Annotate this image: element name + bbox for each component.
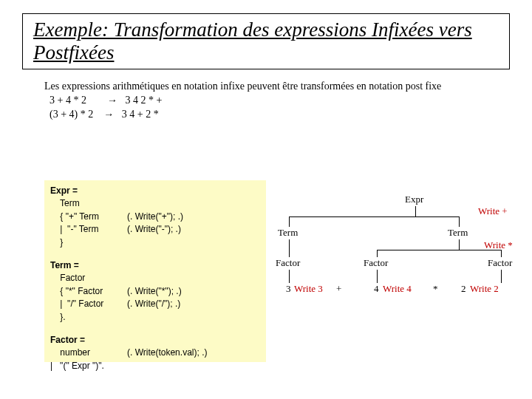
node-factor-3: Factor: [488, 257, 512, 269]
node-factor-1: Factor: [276, 257, 300, 269]
expr-head: Expr =: [50, 185, 78, 196]
tree-line: [289, 216, 290, 227]
factor-head: Factor =: [50, 335, 85, 345]
grammar-box: Expr = Term { "+" Term(. Write("+"); .) …: [44, 180, 266, 362]
tree-line: [289, 239, 290, 257]
leaf-3: 3: [286, 283, 291, 295]
annot-write-3: Write 3: [294, 283, 323, 295]
node-term-right: Term: [448, 227, 468, 239]
intro-block: Les expressions arithmétiques en notatio…: [44, 80, 532, 122]
annot-write-plus: Write +: [478, 205, 508, 217]
node-expr: Expr: [405, 194, 423, 205]
annot-write-2: Write 2: [470, 283, 499, 295]
slide-title: Exemple: Transformation des expressions …: [33, 18, 499, 64]
tree-line: [501, 250, 502, 257]
tree-line: [459, 216, 460, 227]
tree-line: [377, 270, 378, 283]
tree-line: [289, 216, 459, 217]
node-factor-2: Factor: [364, 257, 388, 269]
parse-tree: Expr Write + Term Term Write * Factor 3 …: [273, 194, 517, 341]
leaf-plus: +: [336, 283, 341, 295]
leaf-2: 2: [461, 283, 466, 295]
intro-lead: Les expressions arithmétiques en notatio…: [44, 80, 532, 94]
grammar-factor: Factor = number(. Write(token.val); .) |…: [50, 334, 260, 372]
example-2: (3 + 4) * 2 → 3 4 + 2 *: [44, 108, 532, 122]
leaf-star: *: [433, 283, 438, 295]
term-head: Term =: [50, 260, 79, 270]
slide: Exemple: Transformation des expressions …: [0, 13, 532, 399]
tree-line: [459, 239, 460, 250]
tree-line: [289, 270, 290, 283]
annot-write-4: Write 4: [383, 283, 412, 295]
title-box: Exemple: Transformation des expressions …: [22, 13, 510, 69]
tree-line: [377, 250, 378, 257]
node-term-left: Term: [278, 227, 298, 239]
tree-line: [377, 250, 501, 250]
grammar-term: Term = Factor { "*" Factor(. Write("*");…: [50, 259, 260, 324]
leaf-4: 4: [374, 283, 379, 295]
example-1: 3 + 4 * 2 → 3 4 2 * +: [44, 94, 532, 108]
tree-line: [415, 206, 416, 216]
tree-line: [501, 270, 502, 283]
grammar-expr: Expr = Term { "+" Term(. Write("+"); .) …: [50, 185, 260, 249]
